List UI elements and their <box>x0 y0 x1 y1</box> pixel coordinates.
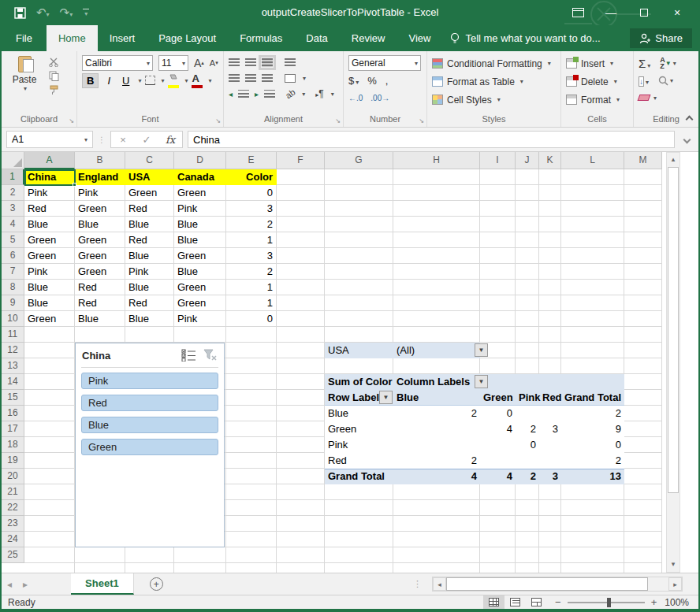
row-header[interactable]: 22 <box>2 500 24 516</box>
page-break-view-button[interactable] <box>526 595 547 610</box>
row-header[interactable]: 16 <box>2 406 24 421</box>
col-header-F[interactable]: F <box>277 152 325 169</box>
cell-E1[interactable]: Color <box>226 169 277 185</box>
pivot-col-header[interactable]: Pink <box>516 390 539 406</box>
increase-indent-icon[interactable]: ▸ <box>255 90 259 98</box>
percent-style-button[interactable]: % <box>367 75 377 87</box>
col-header-G[interactable]: G <box>325 152 393 169</box>
pivot-value[interactable] <box>539 437 561 453</box>
pivot-value[interactable]: 4 <box>480 469 516 484</box>
text-direction-button[interactable]: ▸¶ <box>315 88 323 99</box>
pivot-filter-field[interactable]: USA <box>325 343 393 358</box>
clear-filter-icon[interactable] <box>203 349 218 362</box>
cell[interactable]: 3 <box>226 201 277 217</box>
cell[interactable]: Blue <box>24 280 75 295</box>
clear-button[interactable]: ▾ <box>639 95 657 102</box>
pivot-row-label[interactable]: Red <box>325 453 393 469</box>
cell[interactable]: 1 <box>226 295 277 311</box>
tab-insert[interactable]: Insert <box>98 25 147 51</box>
cell[interactable]: Green <box>24 248 75 264</box>
cell[interactable]: Blue <box>24 217 75 232</box>
pivot-value[interactable] <box>480 453 516 469</box>
row-header[interactable]: 8 <box>2 280 24 295</box>
cell[interactable]: Red <box>125 295 174 311</box>
cell[interactable]: 1 <box>226 280 277 295</box>
ribbon-display-options-button[interactable] <box>561 0 594 25</box>
slicer-item-red[interactable]: Red <box>81 395 218 411</box>
formula-bar-splitter[interactable]: ⋮ <box>98 135 106 144</box>
row-header[interactable]: 2 <box>2 185 24 201</box>
conditional-formatting-button[interactable]: Conditional Formatting▾ <box>432 54 557 72</box>
pivot-value[interactable]: 4 <box>393 469 480 484</box>
font-dialog-launcher[interactable]: ↘ <box>215 117 221 124</box>
paste-button[interactable]: Paste ▾ <box>6 54 43 113</box>
autosum-button[interactable]: Σ▾ <box>639 57 650 70</box>
pivot-value[interactable]: 2 <box>561 453 624 469</box>
grow-font-button[interactable]: A▴ <box>194 57 204 69</box>
clipboard-dialog-launcher[interactable]: ↘ <box>69 117 74 124</box>
cell[interactable]: Red <box>75 295 125 311</box>
cell[interactable]: Blue <box>174 264 226 280</box>
cell[interactable]: 0 <box>226 185 277 201</box>
row-header[interactable]: 5 <box>2 232 24 248</box>
page-layout-view-button[interactable] <box>505 595 526 610</box>
slicer-item-blue[interactable]: Blue <box>81 417 218 433</box>
fill-button[interactable]: ↓▾ <box>639 75 649 87</box>
row-header[interactable]: 25 <box>2 547 24 563</box>
alignment-dialog-launcher[interactable]: ↘ <box>335 117 341 124</box>
row-header[interactable]: 9 <box>2 295 24 311</box>
cell[interactable]: Red <box>125 232 174 248</box>
tell-me-box[interactable]: Tell me what you want to do... <box>442 25 608 51</box>
col-header-C[interactable]: C <box>125 152 174 169</box>
pivot-value[interactable]: 2 <box>516 469 539 484</box>
zoom-in-button[interactable]: + <box>651 596 657 608</box>
pivot-value[interactable]: 2 <box>393 406 480 421</box>
col-header-H[interactable]: H <box>393 152 480 169</box>
minimize-button[interactable]: — <box>594 0 627 25</box>
pivot-value[interactable]: 3 <box>539 421 561 437</box>
cell[interactable]: Red <box>75 280 125 295</box>
pivot-filter-dropdown[interactable]: ▼ <box>475 343 488 357</box>
shrink-font-button[interactable]: A▾ <box>210 58 218 68</box>
insert-function-button[interactable]: fx <box>158 134 182 146</box>
row-header[interactable]: 13 <box>2 358 24 374</box>
pivot-col-header[interactable]: Green <box>480 390 516 406</box>
row-header[interactable]: 3 <box>2 201 24 217</box>
col-header-D[interactable]: D <box>174 152 226 169</box>
cell-styles-button[interactable]: Cell Styles▾ <box>432 91 557 109</box>
prev-sheet-button[interactable]: ◂ <box>2 579 17 590</box>
tab-file[interactable]: File <box>2 25 47 51</box>
pivot-value[interactable] <box>539 453 561 469</box>
wrap-text-button[interactable] <box>285 58 296 67</box>
col-header-I[interactable]: I <box>480 152 516 169</box>
scroll-right-arrow[interactable]: ▸ <box>668 577 682 591</box>
pivot-row-labels-dropdown[interactable]: ▼ <box>379 391 393 404</box>
pivot-row-label[interactable]: Grand Total <box>325 469 393 484</box>
cell-D1[interactable]: Canada <box>174 169 226 185</box>
insert-cells-button[interactable]: Insert▾ <box>566 54 630 72</box>
cell[interactable]: Pink <box>75 185 125 201</box>
col-header-K[interactable]: K <box>539 152 561 169</box>
cell[interactable]: 2 <box>226 217 277 232</box>
delete-cells-button[interactable]: Delete▾ <box>566 72 630 91</box>
italic-button[interactable]: I <box>102 74 115 87</box>
cell[interactable]: Pink <box>174 311 226 327</box>
decrease-indent-icon[interactable]: ◂ <box>229 90 233 98</box>
pivot-row-label[interactable]: Blue <box>325 406 393 421</box>
row-header[interactable]: 14 <box>2 374 24 390</box>
underline-button[interactable]: U <box>119 74 132 87</box>
slicer-item-pink[interactable]: Pink <box>81 373 218 389</box>
cell[interactable]: Green <box>75 264 125 280</box>
new-sheet-button[interactable]: + <box>150 577 163 591</box>
tabbar-splitter[interactable]: ⋮ <box>413 579 423 589</box>
pivot-value[interactable]: 0 <box>480 406 516 421</box>
pivot-col-header[interactable]: Red <box>539 390 561 406</box>
pivot-value[interactable]: 9 <box>561 421 624 437</box>
cell[interactable]: Green <box>75 232 125 248</box>
cell[interactable]: Blue <box>125 248 174 264</box>
tab-page-layout[interactable]: Page Layout <box>147 25 228 51</box>
cell[interactable]: Blue <box>75 311 125 327</box>
tab-formulas[interactable]: Formulas <box>228 25 294 51</box>
row-header[interactable]: 7 <box>2 264 24 280</box>
row-header[interactable]: 10 <box>2 311 24 327</box>
